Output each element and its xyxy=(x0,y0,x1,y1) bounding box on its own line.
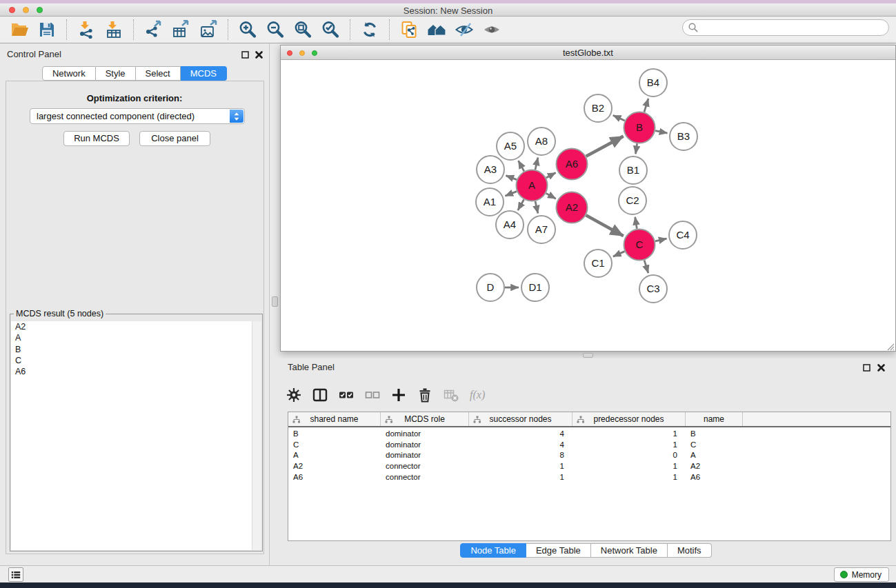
node-A3[interactable]: A3 xyxy=(477,156,504,183)
result-list-scrollbar[interactable] xyxy=(252,321,261,550)
edge-B-B4[interactable] xyxy=(644,99,648,112)
result-list-item[interactable]: B xyxy=(11,344,261,355)
edge-C-C3[interactable] xyxy=(644,260,648,273)
tab-node-table[interactable]: Node Table xyxy=(460,543,526,558)
search-input[interactable] xyxy=(682,19,889,36)
edge-A-A1[interactable] xyxy=(505,192,517,196)
export-table-icon[interactable] xyxy=(171,20,190,39)
save-session-icon[interactable] xyxy=(37,20,57,39)
column-header-shared-name[interactable]: shared name xyxy=(288,412,381,426)
tab-motifs[interactable]: Motifs xyxy=(668,543,712,558)
node-A5[interactable]: A5 xyxy=(497,132,524,160)
criterion-dropdown[interactable]: largest connected component (directed) xyxy=(30,108,245,124)
split-view-icon[interactable] xyxy=(312,387,328,403)
node-D[interactable]: D xyxy=(477,274,504,301)
node-C[interactable]: C xyxy=(624,230,655,261)
edge-A-A6[interactable] xyxy=(546,172,556,177)
refresh-icon[interactable] xyxy=(360,20,379,39)
node-B4[interactable]: B4 xyxy=(639,69,667,97)
node-A6[interactable]: A6 xyxy=(557,149,588,180)
table-row[interactable]: Bdominator41B xyxy=(288,429,890,440)
node-C2[interactable]: C2 xyxy=(619,187,646,214)
edge-C-C2[interactable] xyxy=(635,217,637,229)
table-row[interactable]: Cdominator41C xyxy=(288,440,890,451)
memory-button[interactable]: Memory xyxy=(834,567,889,582)
node-B3[interactable]: B3 xyxy=(670,123,697,150)
run-mcds-button[interactable]: Run MCDS xyxy=(63,131,130,146)
edge-A6-B[interactable] xyxy=(586,136,624,156)
edge-A-A2[interactable] xyxy=(546,193,556,199)
edge-A-A3[interactable] xyxy=(506,176,517,180)
node-A1[interactable]: A1 xyxy=(476,188,504,216)
zoom-out-icon[interactable] xyxy=(266,20,285,39)
main-titlebar[interactable]: Session: New Session xyxy=(0,3,896,17)
node-B[interactable]: B xyxy=(624,112,655,143)
window-resize-grip[interactable] xyxy=(886,341,895,350)
node-D1[interactable]: D1 xyxy=(521,274,549,301)
open-file-icon[interactable] xyxy=(10,20,29,39)
edge-A-A5[interactable] xyxy=(518,161,524,171)
node-A8[interactable]: A8 xyxy=(528,128,555,155)
column-header-predecessor-nodes[interactable]: predecessor nodes xyxy=(573,412,686,426)
result-list-item[interactable]: A2 xyxy=(11,321,261,332)
table-row[interactable]: Adominator80A xyxy=(288,450,890,461)
close-panel-icon[interactable] xyxy=(255,50,263,59)
node-A7[interactable]: A7 xyxy=(528,216,555,243)
horizontal-split-grip[interactable] xyxy=(583,353,593,358)
node-A2[interactable]: A2 xyxy=(557,192,588,223)
node-C1[interactable]: C1 xyxy=(584,250,612,277)
network-from-file-icon[interactable] xyxy=(399,20,419,39)
import-network-icon[interactable] xyxy=(77,20,96,39)
node-A4[interactable]: A4 xyxy=(496,211,524,239)
delete-icon[interactable] xyxy=(417,387,433,403)
add-icon[interactable] xyxy=(390,387,407,403)
edge-C-C1[interactable] xyxy=(613,252,625,257)
vertical-split-grip[interactable] xyxy=(272,296,278,307)
edge-A2-C[interactable] xyxy=(586,215,624,236)
column-header-name[interactable]: name xyxy=(686,412,743,426)
network-window-titlebar[interactable]: testGlobe.txt xyxy=(281,45,895,60)
result-list-item[interactable]: A xyxy=(11,332,261,343)
select-all-icon[interactable] xyxy=(338,387,355,403)
export-network-icon[interactable] xyxy=(143,20,163,39)
deselect-all-icon[interactable] xyxy=(364,387,381,403)
table-close-panel-icon[interactable] xyxy=(877,363,886,372)
tab-network[interactable]: Network xyxy=(42,66,96,81)
zoom-selected-icon[interactable] xyxy=(321,20,340,39)
edge-B-B1[interactable] xyxy=(635,143,637,154)
column-header-successor-nodes[interactable]: successor nodes xyxy=(469,412,573,426)
home-icon[interactable] xyxy=(427,20,446,39)
task-history-button[interactable] xyxy=(8,567,23,582)
table-row[interactable]: A2connector11A2 xyxy=(288,461,890,472)
table-float-panel-icon[interactable] xyxy=(862,363,871,372)
edge-C-C4[interactable] xyxy=(655,239,667,241)
network-view-window[interactable]: testGlobe.txt B4B2BB3A5A8A6A3B1AC2A1A2A4… xyxy=(280,45,896,352)
node-B2[interactable]: B2 xyxy=(584,94,612,122)
edge-A-A4[interactable] xyxy=(518,199,524,210)
table-row[interactable]: A6connector11A6 xyxy=(288,472,890,483)
zoom-fit-icon[interactable] xyxy=(293,20,312,39)
hide-selected-icon[interactable] xyxy=(455,20,474,39)
close-panel-button[interactable]: Close panel xyxy=(139,131,210,146)
result-list-item[interactable]: A6 xyxy=(11,366,261,377)
function-builder-icon[interactable]: f(x) xyxy=(469,387,486,403)
tab-edge-table[interactable]: Edge Table xyxy=(526,543,591,558)
node-C4[interactable]: C4 xyxy=(669,221,697,249)
show-all-icon[interactable] xyxy=(482,20,501,39)
edge-A-A8[interactable] xyxy=(535,157,538,170)
node-C3[interactable]: C3 xyxy=(639,275,667,303)
float-panel-icon[interactable] xyxy=(241,50,250,59)
gear-icon[interactable] xyxy=(286,387,302,403)
edge-B-B2[interactable] xyxy=(613,115,625,121)
edge-B-B3[interactable] xyxy=(655,131,667,134)
node-B1[interactable]: B1 xyxy=(619,156,647,184)
tab-style[interactable]: Style xyxy=(96,66,136,81)
tab-select[interactable]: Select xyxy=(136,66,181,81)
result-list-item[interactable]: C xyxy=(11,355,261,366)
tab-mcds[interactable]: MCDS xyxy=(181,66,227,81)
node-A[interactable]: A xyxy=(517,170,548,201)
destroy-table-icon[interactable] xyxy=(443,387,459,403)
import-table-icon[interactable] xyxy=(104,20,123,39)
zoom-in-icon[interactable] xyxy=(238,20,257,39)
tab-network-table[interactable]: Network Table xyxy=(591,543,668,558)
